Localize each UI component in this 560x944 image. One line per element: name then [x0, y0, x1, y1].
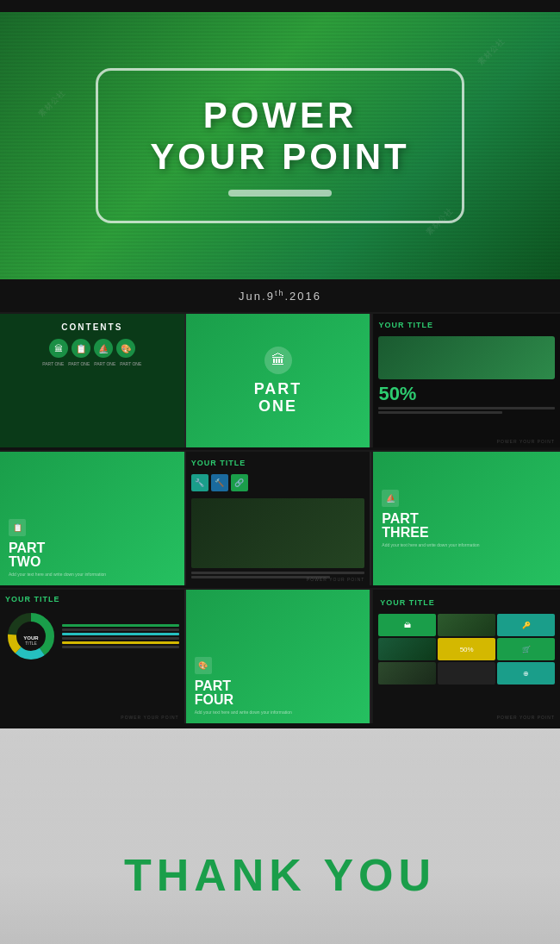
tool-icons-row: 🔧 🔨 🔗 [191, 474, 365, 491]
part-label-4: PART ONE [120, 361, 142, 366]
tiles-grid: 🏔 🔑 50% 🛒 ⊕ [378, 614, 555, 685]
date-text: Jun.9th.2016 [239, 289, 321, 303]
contents-title: CONTENTS [7, 322, 177, 332]
slide-tiles: YOUR TITLE 🏔 🔑 50% 🛒 ⊕ POWER YOUR POINT [371, 590, 560, 723]
part-label-1: PART ONE [42, 361, 65, 366]
part-four-title-line1: PART [195, 679, 362, 693]
part-label-2: PART ONE [68, 361, 90, 366]
part-two-title-line1: PART [9, 541, 176, 555]
watermark-2: 素材公社 [35, 88, 67, 120]
slide-contents: CONTENTS 🏛 📋 ⛵ 🎨 PART ONE PART ONE PART … [0, 314, 184, 447]
tool-icon-2: 🔨 [211, 474, 228, 491]
yt-header-4: YOUR TITLE [378, 595, 555, 610]
yt-header-3: YOUR TITLE [5, 595, 179, 603]
part-four-icon: 🎨 [195, 657, 212, 674]
slide-your-title-2: YOUR TITLE 🔧 🔨 🔗 POWER YOUR POINT [186, 452, 370, 585]
slide-your-title-1: YOUR TITLE 50% POWER YOUR POINT [371, 314, 560, 447]
part-four-sub: Add your text here and write down your i… [195, 710, 362, 715]
slide-part-four: 🎨 PART FOUR Add your text here and write… [186, 590, 370, 723]
icon-row: 🏛 📋 ⛵ 🎨 [7, 339, 177, 358]
tool-icon-1: 🔧 [191, 474, 208, 491]
street-bg [191, 498, 365, 568]
part-three-icon: ⛵ [382, 490, 399, 507]
icon-palette: 🎨 [116, 339, 135, 358]
part-label-3: PART ONE [94, 361, 116, 366]
part-one-title-line1: PART [254, 381, 302, 398]
tile-5: 50% [438, 638, 495, 660]
tile-4 [378, 638, 436, 660]
tile-1: 🏔 [378, 614, 436, 636]
yt-header-1: YOUR TITLE [378, 321, 555, 329]
tile-9: ⊕ [497, 662, 555, 685]
svg-text:TITLE: TITLE [25, 641, 37, 646]
grid-row-2: 📋 PART TWO Add your text here and write … [0, 450, 560, 585]
hero-title-line2: YOUR POINT [150, 136, 409, 178]
slide-donut: YOUR TITLE YOUR TITLE [0, 590, 184, 723]
hero-title-line1: POWER [150, 95, 409, 136]
part-two-title-line2: TWO [9, 555, 176, 569]
slide-part-one: 🏛 PART ONE [186, 314, 370, 447]
hero-slide: 素材公社 素材公社 素材公社 POWER YOUR POINT [0, 12, 560, 279]
part-labels: PART ONE PART ONE PART ONE PART ONE [7, 361, 177, 366]
part-four-title-line2: FOUR [195, 693, 362, 707]
hero-bar [228, 190, 332, 197]
donut-chart: YOUR TITLE [5, 610, 57, 662]
tool-icon-3: 🔗 [231, 474, 248, 491]
watermark-1: 素材公社 [475, 36, 507, 68]
grid-row-1: CONTENTS 🏛 📋 ⛵ 🎨 PART ONE PART ONE PART … [0, 312, 560, 447]
part-three-sub: Add your text here and write down your i… [382, 542, 551, 547]
slide-part-three: ⛵ PART THREE Add your text here and writ… [371, 452, 560, 585]
grid-row-3: YOUR TITLE YOUR TITLE [0, 588, 560, 723]
icon-doc: 📋 [72, 339, 90, 358]
donut-legend [62, 624, 179, 648]
hero-box: POWER YOUR POINT [96, 68, 464, 224]
part-three-title-line2: THREE [382, 526, 551, 540]
yt-percent: 50% [378, 383, 555, 405]
thank-you-text: THANK YOU [124, 849, 436, 901]
watermark-slide3: POWER YOUR POINT [121, 715, 178, 720]
yt-lines-1 [378, 407, 555, 414]
part-two-sub: Add your text here and write down your i… [9, 572, 176, 577]
top-stripe [0, 0, 560, 12]
slide-part-two: 📋 PART TWO Add your text here and write … [0, 452, 184, 585]
yt-header-2: YOUR TITLE [191, 459, 365, 467]
watermark-slide1: POWER YOUR POINT [497, 439, 555, 444]
part-three-title-line1: PART [382, 512, 551, 526]
watermark-slide2: POWER YOUR POINT [307, 577, 364, 582]
yt-img-1 [378, 336, 555, 379]
street-overlay [0, 728, 560, 944]
watermark-slide4: POWER YOUR POINT [497, 715, 555, 720]
tile-3: 🔑 [497, 614, 555, 636]
date-bar: Jun.9th.2016 [0, 279, 560, 312]
thank-you-section: THANK YOU [0, 728, 560, 944]
slides-grid: CONTENTS 🏛 📋 ⛵ 🎨 PART ONE PART ONE PART … [0, 312, 560, 723]
icon-building: 🏛 [49, 339, 68, 358]
tile-6: 🛒 [497, 638, 555, 660]
icon-boat: ⛵ [94, 339, 113, 358]
tile-2 [438, 614, 495, 636]
tile-8 [438, 662, 495, 685]
part-one-icon: 🏛 [264, 347, 292, 374]
tile-7 [378, 662, 436, 685]
part-one-title-line2: ONE [258, 398, 297, 416]
part-two-icon: 📋 [9, 519, 26, 536]
donut-container: YOUR TITLE [5, 610, 179, 662]
